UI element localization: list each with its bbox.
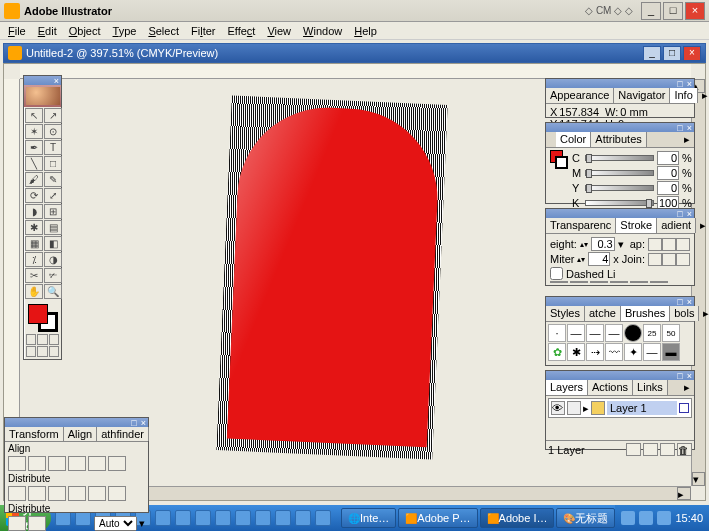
dashed-line-checkbox[interactable] [550, 267, 563, 280]
tab-swatches[interactable]: atche [585, 306, 621, 321]
tab-pathfinder[interactable]: athfinder [97, 427, 149, 441]
align-panel-close-icon[interactable]: × [139, 418, 148, 427]
slider-k[interactable] [585, 200, 654, 206]
stroke-panel-close-icon[interactable]: × [685, 209, 694, 218]
join-round-button[interactable] [662, 253, 676, 266]
menu-filter[interactable]: Filter [185, 24, 221, 38]
color-panel-close-icon[interactable]: × [685, 123, 694, 132]
slider-y[interactable] [585, 185, 654, 191]
delete-layer-button[interactable]: 🗑 [677, 443, 692, 456]
ql-icon[interactable] [315, 510, 331, 526]
menu-select[interactable]: Select [142, 24, 185, 38]
menu-edit[interactable]: Edit [32, 24, 63, 38]
close-button[interactable]: × [685, 2, 705, 20]
ql-icon[interactable] [155, 510, 171, 526]
mesh-tool[interactable]: ▦ [25, 236, 43, 251]
align-right-button[interactable] [48, 456, 66, 471]
stroke-panel-menu-icon[interactable]: ▸ [696, 218, 709, 233]
menu-window[interactable]: Window [297, 24, 348, 38]
styles-panel-menu-icon[interactable]: ▸ [699, 306, 709, 321]
dist-left-button[interactable] [68, 486, 86, 501]
pen-tool[interactable]: ✒ [25, 140, 43, 155]
rectangle-tool[interactable]: □ [44, 156, 62, 171]
m-val[interactable]: 0 [657, 166, 679, 180]
graph-tool[interactable]: ▤ [44, 220, 62, 235]
dist-top-button[interactable] [8, 486, 26, 501]
lock-icon[interactable] [567, 401, 581, 415]
dash2[interactable] [590, 281, 608, 283]
tab-symbols[interactable]: bols [670, 306, 699, 321]
magic-wand-tool[interactable]: ✶ [25, 124, 43, 139]
tab-brushes[interactable]: Brushes [621, 306, 670, 321]
align-hcenter-button[interactable] [28, 456, 46, 471]
red-arch-shape[interactable] [227, 104, 441, 447]
task-button[interactable]: 🟧 Adobe I… [480, 508, 555, 528]
stroke-panel-collapse-icon[interactable]: □ [675, 209, 684, 218]
spacing-combo[interactable]: Auto [94, 516, 137, 531]
ql-icon[interactable] [295, 510, 311, 526]
join-miter-button[interactable] [648, 253, 662, 266]
eyedropper-tool[interactable]: ⁒ [25, 252, 43, 267]
pencil-tool[interactable]: ✎ [44, 172, 62, 187]
task-button[interactable]: 🎨 无标题 [556, 508, 615, 528]
styles-panel-collapse-icon[interactable]: □ [675, 297, 684, 306]
menu-type[interactable]: Type [107, 24, 143, 38]
slice-tool[interactable]: ✂ [25, 268, 43, 283]
menu-object[interactable]: Object [63, 24, 107, 38]
c-val[interactable]: 0 [657, 151, 679, 165]
dist-right-button[interactable] [108, 486, 126, 501]
tab-navigator[interactable]: Navigator [614, 88, 670, 103]
color-fillstroke[interactable] [550, 150, 568, 200]
doc-maximize-button[interactable]: □ [663, 46, 681, 61]
doc-minimize-button[interactable]: _ [643, 46, 661, 61]
tab-links[interactable]: Links [633, 380, 668, 395]
tab-layers[interactable]: Layers [546, 380, 588, 395]
gap2[interactable] [610, 281, 628, 283]
align-panel-collapse-icon[interactable]: □ [129, 418, 138, 427]
layer-target-icon[interactable] [679, 403, 689, 413]
tab-attributes[interactable]: Attributes [591, 132, 646, 147]
toolbox-close-icon[interactable]: × [52, 76, 61, 85]
join-bevel-button[interactable] [676, 253, 690, 266]
tab-transform[interactable]: Transform [5, 427, 64, 441]
free-transform-tool[interactable]: ⊞ [44, 204, 62, 219]
canvas[interactable] [164, 88, 474, 468]
ql-icon[interactable] [275, 510, 291, 526]
tab-appearance[interactable]: Appearance [546, 88, 614, 103]
hand-tool[interactable]: ✋ [25, 284, 43, 299]
panel-menu-icon[interactable]: ▸ [698, 88, 709, 103]
fill-stroke-swatch[interactable] [26, 302, 60, 332]
make-clip-button[interactable] [626, 443, 641, 456]
slider-m[interactable] [585, 170, 654, 176]
artboard[interactable] [216, 95, 447, 459]
screen-mode-3[interactable] [49, 346, 59, 357]
line-tool[interactable]: ╲ [25, 156, 43, 171]
scale-tool[interactable]: ⤢ [44, 188, 62, 203]
new-layer-button[interactable] [660, 443, 675, 456]
scroll-right-icon[interactable]: ▸ [677, 487, 691, 500]
visibility-icon[interactable]: 👁 [551, 401, 565, 415]
rotate-tool[interactable]: ⟳ [25, 188, 43, 203]
color-panel-menu-icon[interactable]: ▸ [647, 132, 694, 147]
tab-color[interactable]: Color [556, 132, 591, 147]
blend-tool[interactable]: ◑ [44, 252, 62, 267]
info-panel-collapse-icon[interactable]: □ [675, 79, 684, 88]
cap-butt-button[interactable] [648, 238, 662, 251]
task-button[interactable]: 🟧 Adobe P… [398, 508, 477, 528]
ql-icon[interactable] [215, 510, 231, 526]
dist-hcenter-button[interactable] [88, 486, 106, 501]
gradient-tool[interactable]: ◧ [44, 236, 62, 251]
tray-icon[interactable] [639, 511, 653, 525]
tab-styles[interactable]: Styles [546, 306, 585, 321]
slider-c[interactable] [585, 155, 654, 161]
align-vcenter-button[interactable] [88, 456, 106, 471]
new-sublayer-button[interactable] [643, 443, 658, 456]
miter-input[interactable]: 4 [588, 252, 610, 266]
task-button[interactable]: 🌐 Inte… [341, 508, 396, 528]
fill-swatch[interactable] [28, 304, 48, 324]
layer-row[interactable]: 👁 ▸ Layer 1 [548, 398, 692, 418]
ql-icon[interactable] [175, 510, 191, 526]
color-mode-button[interactable] [26, 334, 36, 345]
lasso-tool[interactable]: ⊙ [44, 124, 62, 139]
ql-icon[interactable] [195, 510, 211, 526]
